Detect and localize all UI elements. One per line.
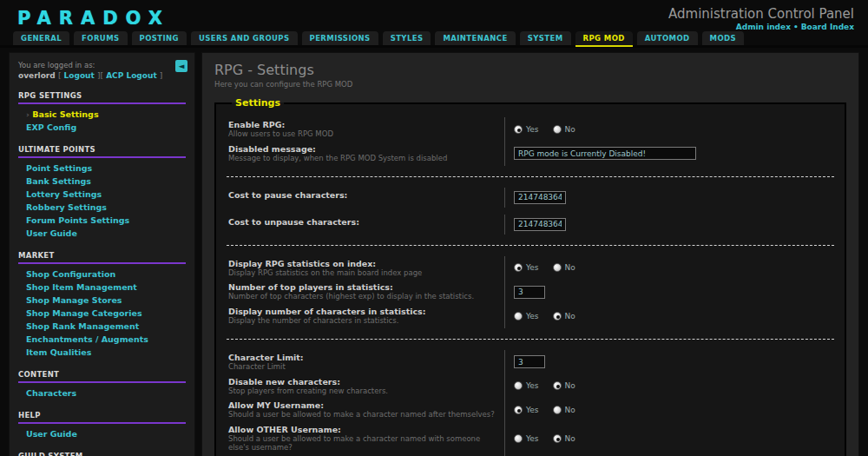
setting-label: Number of top players in statistics:: [228, 282, 497, 292]
page-title: RPG - Settings: [214, 62, 846, 78]
yes-no-radio-group: Yes No: [504, 398, 834, 422]
sidebar-item-user-guide[interactable]: User Guide: [26, 227, 186, 240]
setting-row-display-char-count: Display number of characters in statisti…: [227, 304, 834, 328]
sidebar-item-forum-points-settings[interactable]: Forum Points Settings: [26, 214, 186, 227]
tab-bar: GENERAL FORUMS POSTING USERS AND GROUPS …: [0, 33, 868, 48]
setting-label: Disabled message:: [228, 144, 497, 154]
setting-label: Allow OTHER Username:: [228, 425, 497, 434]
sidebar-item-point-settings[interactable]: Point Settings: [26, 162, 186, 175]
radio-no[interactable]: [553, 406, 562, 414]
yes-no-radio-group: Yes No: [504, 304, 834, 328]
sidebar-item-shop-manage-stores[interactable]: Shop Manage Stores: [26, 294, 186, 307]
menu-section-help: HELP User Guide: [18, 411, 186, 440]
setting-explanation: Character Limit: [228, 363, 497, 372]
paradox-logo: PARADOX: [17, 8, 170, 29]
radio-yes[interactable]: [514, 434, 523, 443]
setting-explanation: Display RPG statistics on the main board…: [228, 269, 497, 278]
setting-row-display-stats-index: Display RPG statistics on index: Display…: [227, 256, 834, 281]
top-players-input[interactable]: [514, 286, 545, 299]
menu-section-guild-system: GUILD SYSTEM Guild settings Guilds pendi…: [18, 452, 186, 456]
radio-no[interactable]: [553, 263, 562, 272]
tab-system[interactable]: SYSTEM: [520, 31, 571, 45]
radio-no[interactable]: [553, 434, 562, 443]
tab-users-and-groups[interactable]: USERS AND GROUPS: [191, 31, 298, 45]
setting-row-pause-cost: Cost to pause characters:: [227, 188, 834, 208]
sidebar-item-basic-settings[interactable]: Basic Settings: [26, 108, 186, 121]
menu-section-market: MARKET Shop Configuration Shop Item Mana…: [18, 251, 186, 359]
tab-maintenance[interactable]: MAINTENANCE: [435, 31, 515, 45]
tab-general[interactable]: GENERAL: [13, 31, 69, 45]
admin-index-link[interactable]: Admin index: [736, 23, 791, 31]
setting-label: Allow MY Username:: [228, 400, 497, 410]
sidebar-item-exp-config[interactable]: EXP Config: [26, 121, 186, 134]
link-separator: •: [793, 23, 799, 31]
sidebar-item-enchantments-augments[interactable]: Enchantments / Augments: [26, 333, 186, 346]
sidebar-collapse-button[interactable]: ◄: [175, 60, 187, 72]
setting-label: Display number of characters in statisti…: [228, 307, 497, 316]
sidebar-item-bank-settings[interactable]: Bank Settings: [26, 175, 186, 188]
yes-no-radio-group: Yes No: [504, 256, 834, 281]
tab-styles[interactable]: STYLES: [383, 31, 431, 45]
sidebar-item-help-user-guide[interactable]: User Guide: [26, 427, 186, 440]
radio-no[interactable]: [553, 312, 562, 321]
setting-explanation: Number of top characters (highest exp) t…: [228, 293, 497, 301]
setting-explanation: Message to display, when the RPG MOD Sys…: [228, 155, 497, 163]
tab-permissions[interactable]: PERMISSIONS: [302, 31, 378, 45]
tab-forums[interactable]: FORUMS: [74, 31, 127, 45]
sidebar-item-characters[interactable]: Characters: [26, 387, 186, 400]
setting-explanation: Should a user be allowed to make a chara…: [228, 411, 497, 420]
radio-yes[interactable]: [514, 263, 523, 272]
settings-fieldset: Settings Enable RPG: Allow users to use …: [214, 97, 846, 456]
unpause-cost-input[interactable]: [514, 218, 566, 231]
sidebar-item-robbery-settings[interactable]: Robbery Settings: [26, 201, 186, 214]
menu-section-ultimate-points: ULTIMATE POINTS Point Settings Bank Sett…: [18, 145, 186, 240]
settings-legend: Settings: [232, 97, 284, 109]
sidebar-item-shop-rank-management[interactable]: Shop Rank Management: [26, 320, 186, 333]
setting-explanation: Stop players from creating new character…: [228, 387, 497, 396]
setting-explanation: Allow users to use RPG MOD: [228, 130, 497, 139]
radio-yes[interactable]: [514, 406, 523, 414]
logged-in-text: You are logged in as:: [18, 61, 186, 69]
disabled-message-input[interactable]: [514, 147, 696, 160]
radio-no[interactable]: [553, 125, 562, 134]
tab-mods[interactable]: MODS: [702, 31, 744, 45]
setting-row-disabled-message: Disabled message: Message to display, wh…: [227, 142, 834, 166]
tab-rpg-mod[interactable]: RPG MOD: [575, 31, 633, 45]
radio-yes[interactable]: [514, 381, 523, 390]
setting-row-top-players: Number of top players in statistics: Num…: [227, 280, 834, 304]
setting-row-unpause-cost: Cost to unpause characters:: [227, 215, 834, 235]
setting-label: Disable new characters:: [228, 377, 497, 387]
setting-row-character-limit: Character Limit: Character Limit: [227, 350, 834, 374]
menu-section-rpg-settings: RPG SETTINGS Basic Settings EXP Config: [18, 91, 186, 134]
acp-logout-link[interactable]: ACP Logout: [106, 71, 157, 80]
pause-cost-input[interactable]: [514, 191, 566, 204]
username: overlord: [18, 71, 56, 80]
board-index-link[interactable]: Board Index: [801, 23, 854, 31]
setting-label: Display RPG statistics on index:: [228, 259, 497, 268]
setting-explanation: Display the number of characters in stat…: [228, 317, 497, 326]
logout-link[interactable]: Logout: [64, 71, 95, 80]
group-separator: [227, 245, 834, 246]
sidebar-item-shop-item-management[interactable]: Shop Item Management: [26, 281, 186, 294]
radio-yes[interactable]: [514, 312, 523, 321]
header: PARADOX Administration Control Panel Adm…: [0, 0, 868, 33]
yes-no-radio-group: Yes No: [504, 374, 834, 399]
radio-yes[interactable]: [514, 125, 523, 134]
radio-no[interactable]: [553, 381, 562, 390]
menu-section-content: CONTENT Characters: [18, 370, 186, 400]
sidebar-item-shop-configuration[interactable]: Shop Configuration: [26, 268, 186, 281]
setting-label: Cost to pause characters:: [228, 190, 497, 200]
sidebar-item-lottery-settings[interactable]: Lottery Settings: [26, 188, 186, 201]
acp-page: PARADOX Administration Control Panel Adm…: [0, 0, 868, 456]
sidebar-item-item-qualities[interactable]: Item Qualities: [26, 346, 186, 359]
yes-no-radio-group: Yes No: [504, 422, 834, 455]
header-links: Admin index•Board Index: [668, 23, 854, 31]
tab-automod[interactable]: AUTOMOD: [637, 31, 698, 45]
page-subtitle: Here you can configure the RPG MOD: [214, 80, 846, 89]
sidebar-item-shop-manage-categories[interactable]: Shop Manage Categories: [26, 307, 186, 320]
group-separator: [227, 176, 834, 177]
setting-label: Character Limit:: [228, 353, 497, 362]
character-limit-input[interactable]: [514, 355, 545, 368]
group-separator: [227, 339, 834, 340]
tab-posting[interactable]: POSTING: [132, 31, 187, 45]
